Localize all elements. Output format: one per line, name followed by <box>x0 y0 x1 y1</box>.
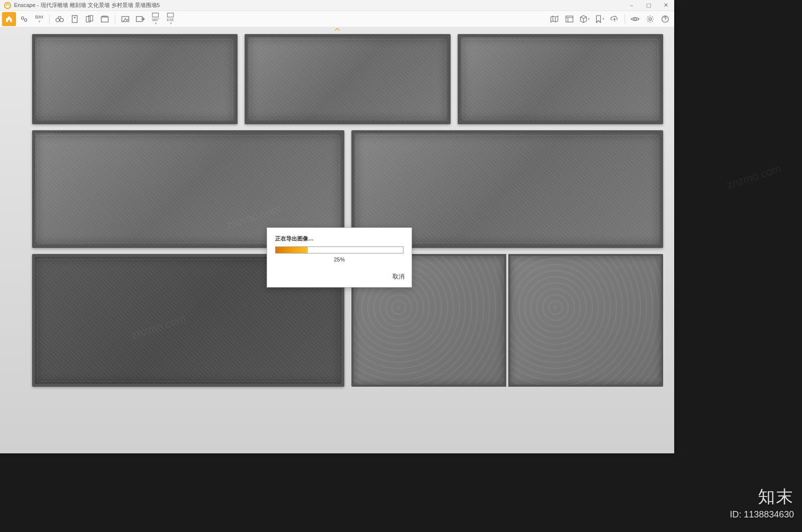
window-title: Enscape - 现代浮雕墙 雕刻墙 文化景墙 乡村景墙 景墙围墙5 <box>14 2 623 9</box>
exe-export-button[interactable]: EXE▾ <box>163 12 177 26</box>
bookmark-button[interactable]: ▾ <box>592 12 607 26</box>
home-button[interactable] <box>2 12 16 26</box>
svg-point-0 <box>5 3 11 9</box>
viewport[interactable]: 正在导出图像… 25% 取消 <box>0 27 674 453</box>
enscape-logo-icon <box>3 1 12 10</box>
upload-button[interactable] <box>608 12 622 26</box>
separator <box>49 14 50 24</box>
app-window: Enscape - 现代浮雕墙 雕刻墙 文化景墙 乡村景墙 景墙围墙5 − ▢ … <box>0 0 674 453</box>
relief-panel <box>32 34 238 124</box>
progress-bar <box>275 246 404 253</box>
svg-rect-12 <box>152 13 158 17</box>
maximize-button[interactable]: ▢ <box>640 0 657 11</box>
panorama-button[interactable]: 360°▾ <box>148 12 162 26</box>
visual-settings-button[interactable] <box>628 12 642 26</box>
dialog-message: 正在导出图像… <box>275 235 404 242</box>
chevron-down-icon: ▾ <box>603 17 605 21</box>
toolbar: BIM▾ 360°▾ EXE▾ <box>0 11 674 27</box>
svg-point-1 <box>22 17 24 19</box>
screenshot-button[interactable] <box>118 12 132 26</box>
separator <box>115 14 115 24</box>
help-button[interactable] <box>658 12 672 26</box>
relief-panel <box>245 34 450 124</box>
watermark-diagonal: znzmo.com <box>725 162 782 191</box>
bim-button[interactable]: BIM▾ <box>32 12 46 26</box>
minimize-button[interactable]: − <box>623 0 640 11</box>
settings-button[interactable] <box>643 12 657 26</box>
separator <box>625 14 625 24</box>
svg-rect-13 <box>167 13 173 17</box>
progress-percent: 25% <box>275 256 404 262</box>
export-dialog: 正在导出图像… 25% 取消 <box>267 227 412 288</box>
multi-page-button[interactable] <box>83 12 97 26</box>
screenshot-export-button[interactable] <box>133 12 147 26</box>
chevron-down-icon: ▾ <box>155 22 157 25</box>
cancel-button[interactable]: 取消 <box>392 273 405 280</box>
titlebar: Enscape - 现代浮雕墙 雕刻墙 文化景墙 乡村景墙 景墙围墙5 − ▢ … <box>0 0 674 11</box>
svg-rect-9 <box>101 17 108 22</box>
watermark-id: ID: 1138834630 <box>730 509 794 520</box>
chevron-down-icon: ▾ <box>588 17 590 21</box>
binoculars-button[interactable] <box>53 12 67 26</box>
map-button[interactable] <box>547 12 561 26</box>
relief-panel <box>458 34 663 124</box>
svg-rect-14 <box>566 16 573 22</box>
svg-point-3 <box>56 18 60 22</box>
svg-point-15 <box>634 18 637 20</box>
video-button[interactable] <box>98 12 112 26</box>
expand-handle[interactable] <box>331 27 343 32</box>
assets-button[interactable] <box>562 12 576 26</box>
cube-button[interactable]: ▾ <box>577 12 591 26</box>
chevron-down-icon: ▾ <box>39 20 41 23</box>
watermark: 知末 ID: 1138834630 <box>730 485 794 520</box>
svg-point-2 <box>25 19 27 21</box>
svg-point-6 <box>74 17 76 18</box>
relief-panel <box>508 254 663 387</box>
svg-rect-5 <box>72 16 77 23</box>
single-page-button[interactable] <box>68 12 82 26</box>
location-button[interactable] <box>17 12 31 26</box>
svg-point-16 <box>649 18 652 20</box>
close-button[interactable]: ✕ <box>657 0 674 11</box>
svg-point-4 <box>60 18 64 22</box>
progress-fill <box>276 247 308 253</box>
chevron-down-icon: ▾ <box>170 22 172 25</box>
watermark-brand: 知末 <box>730 485 794 508</box>
